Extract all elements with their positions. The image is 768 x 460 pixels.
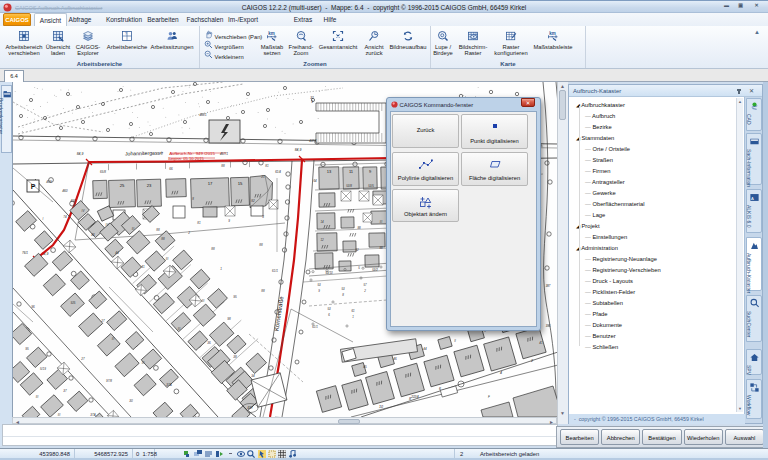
svg-text:437/1: 437/1 [309, 139, 317, 143]
svg-text:64: 64 [313, 179, 317, 183]
svg-text:53: 53 [341, 287, 345, 291]
svg-text:44: 44 [423, 347, 427, 351]
svg-text:396: 396 [546, 324, 551, 328]
svg-text:97/8: 97/8 [106, 379, 112, 383]
svg-text:III: III [112, 337, 115, 341]
svg-text:88: 88 [259, 243, 263, 247]
svg-text:88: 88 [156, 228, 160, 232]
svg-text:46: 46 [393, 357, 397, 361]
svg-text:2: 2 [187, 231, 190, 235]
svg-text:459: 459 [46, 180, 52, 184]
svg-text:III: III [178, 327, 181, 331]
svg-text:61/1: 61/1 [312, 325, 318, 329]
svg-text:84,9: 84,9 [77, 152, 84, 156]
svg-text:88: 88 [211, 247, 215, 251]
svg-text:Johannitergasse: Johannitergasse [125, 150, 163, 157]
svg-text:II: II [454, 339, 456, 343]
svg-text:15: 15 [238, 181, 243, 186]
svg-text:36: 36 [207, 341, 211, 345]
svg-text:44: 44 [115, 251, 119, 255]
svg-text:III: III [380, 220, 383, 224]
svg-text:88: 88 [221, 164, 225, 168]
svg-text:10: 10 [379, 405, 383, 409]
svg-text:81: 81 [265, 164, 269, 168]
svg-text:km: km [549, 31, 556, 36]
svg-text:450: 450 [70, 199, 75, 203]
svg-text:53/8: 53/8 [346, 184, 352, 188]
svg-text:74: 74 [63, 215, 67, 219]
svg-text:III: III [202, 299, 205, 303]
svg-text:23: 23 [147, 183, 152, 188]
svg-text:81: 81 [197, 221, 201, 225]
svg-text:61/1: 61/1 [272, 269, 278, 273]
svg-text:?: ? [125, 32, 127, 36]
svg-text:27: 27 [80, 357, 85, 361]
svg-text:488/1: 488/1 [200, 113, 207, 117]
svg-text:14: 14 [320, 220, 324, 224]
svg-text:76/1: 76/1 [22, 251, 28, 255]
svg-text:88: 88 [379, 246, 383, 250]
svg-text:5/19: 5/19 [40, 367, 46, 371]
svg-text:95: 95 [233, 295, 237, 299]
svg-text:88: 88 [261, 289, 265, 293]
svg-text:37A: 37A [166, 383, 171, 387]
svg-text:Beginn: 05.10.2015: Beginn: 05.10.2015 [168, 156, 204, 161]
svg-text:66: 66 [169, 167, 173, 171]
svg-text:30: 30 [129, 399, 133, 403]
svg-text:37: 37 [63, 389, 67, 393]
svg-text:61/4: 61/4 [275, 170, 281, 174]
svg-text:387: 387 [546, 284, 551, 288]
svg-text:61: 61 [351, 309, 355, 313]
svg-text:53: 53 [327, 307, 331, 311]
svg-text:27: 27 [100, 319, 105, 323]
svg-text:222/4: 222/4 [410, 395, 419, 399]
svg-text:34: 34 [251, 374, 255, 378]
svg-text:88: 88 [161, 237, 165, 241]
svg-text:13: 13 [327, 169, 332, 174]
svg-text:III: III [36, 395, 39, 399]
svg-text:53/5: 53/5 [368, 184, 374, 188]
svg-text:57: 57 [363, 283, 367, 287]
svg-text:45: 45 [363, 365, 367, 369]
svg-text:925: 925 [70, 301, 75, 305]
svg-text:III: III [142, 361, 145, 365]
svg-text:A: A [751, 196, 754, 201]
svg-text:88: 88 [357, 226, 361, 230]
svg-text:17: 17 [208, 181, 213, 186]
svg-text:95: 95 [25, 347, 29, 351]
svg-text:2: 2 [363, 289, 366, 293]
svg-text:38: 38 [233, 355, 237, 359]
svg-text:96: 96 [31, 305, 35, 309]
svg-text:82: 82 [251, 199, 255, 203]
svg-text:21: 21 [260, 175, 265, 179]
svg-text:4: 4 [500, 371, 502, 375]
svg-text:52: 52 [355, 248, 359, 252]
svg-text:km: km [268, 31, 275, 36]
svg-text:25: 25 [120, 183, 125, 188]
svg-text:46: 46 [91, 233, 95, 237]
svg-text:53: 53 [317, 283, 321, 287]
svg-text:53/2: 53/2 [372, 268, 378, 272]
svg-text:460: 460 [62, 189, 68, 193]
svg-text:12: 12 [320, 238, 324, 242]
svg-text:457/1: 457/1 [220, 152, 228, 156]
svg-text:III: III [166, 257, 169, 261]
svg-text:65/8: 65/8 [100, 170, 106, 174]
svg-text:41: 41 [539, 341, 543, 345]
svg-text:F: F [488, 395, 490, 399]
svg-text:III: III [132, 227, 135, 231]
svg-text:437: 437 [247, 406, 253, 410]
svg-text:98: 98 [227, 317, 231, 321]
svg-text:41: 41 [141, 265, 145, 269]
svg-text:84,9: 84,9 [295, 148, 302, 152]
